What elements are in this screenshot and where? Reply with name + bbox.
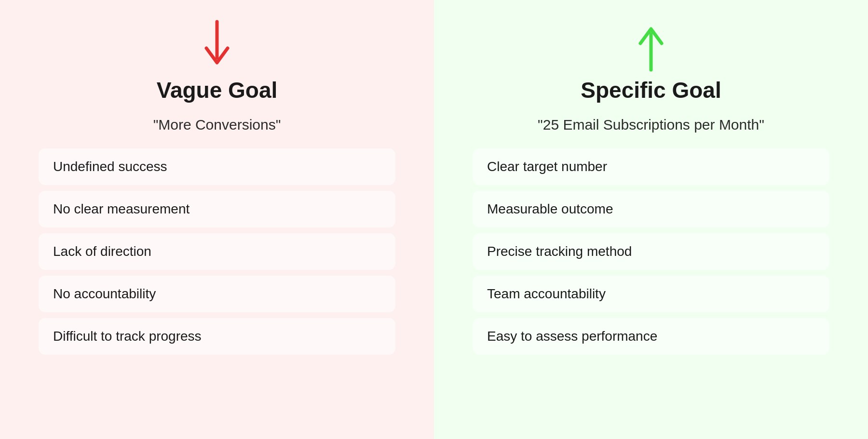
right-panel-title: Specific Goal	[581, 77, 721, 103]
up-arrow-icon	[637, 19, 665, 72]
right-item-2: Measurable outcome	[487, 201, 613, 216]
list-item: Clear target number	[473, 148, 829, 185]
right-item-1: Clear target number	[487, 159, 607, 174]
list-item: Easy to assess performance	[473, 318, 829, 355]
left-item-5: Difficult to track progress	[53, 329, 202, 344]
right-item-4: Team accountability	[487, 286, 606, 301]
left-items-list: Undefined success No clear measurement L…	[39, 148, 395, 355]
list-item: Difficult to track progress	[39, 318, 395, 355]
list-item: Lack of direction	[39, 233, 395, 270]
left-panel-subtitle: "More Conversions"	[153, 117, 281, 133]
right-panel: Specific Goal "25 Email Subscriptions pe…	[434, 0, 868, 439]
right-item-3: Precise tracking method	[487, 244, 632, 259]
down-arrow-icon	[203, 19, 231, 72]
list-item: Measurable outcome	[473, 191, 829, 227]
left-panel: Vague Goal "More Conversions" Undefined …	[0, 0, 434, 439]
list-item: Team accountability	[473, 276, 829, 312]
right-item-5: Easy to assess performance	[487, 329, 657, 344]
right-panel-subtitle: "25 Email Subscriptions per Month"	[538, 117, 764, 133]
right-items-list: Clear target number Measurable outcome P…	[473, 148, 829, 355]
list-item: Precise tracking method	[473, 233, 829, 270]
list-item: No clear measurement	[39, 191, 395, 227]
left-item-4: No accountability	[53, 286, 156, 301]
left-item-3: Lack of direction	[53, 244, 151, 259]
left-panel-title: Vague Goal	[157, 77, 278, 103]
list-item: No accountability	[39, 276, 395, 312]
list-item: Undefined success	[39, 148, 395, 185]
left-item-1: Undefined success	[53, 159, 167, 174]
left-item-2: No clear measurement	[53, 201, 190, 216]
